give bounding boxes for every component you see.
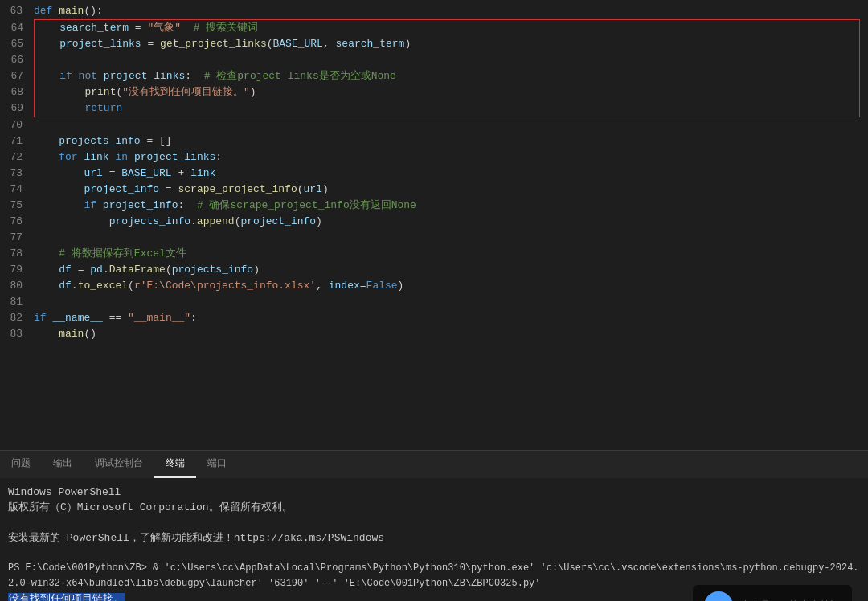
code-line-64: 64 search_term = "气象" # 搜索关键词 <box>35 20 859 36</box>
empty-editor-space <box>0 410 868 450</box>
code-line-66: 66 <box>35 52 859 68</box>
code-line-81: 81 <box>0 294 868 310</box>
watermark-icon: CC <box>704 591 733 601</box>
code-line-77: 77 <box>0 230 868 246</box>
code-line-71: 71 projects_info = [] <box>0 133 868 149</box>
code-line-74: 74 project_info = scrape_project_info(ur… <box>0 182 868 198</box>
code-line-76: 76 projects_info.append(project_info) <box>0 214 868 230</box>
terminal-tabs: 问题 输出 调试控制台 终端 端口 <box>0 450 868 478</box>
code-line-82: 82 if __name__ == "__main__": <box>0 310 868 326</box>
tab-output[interactable]: 输出 <box>42 450 84 478</box>
code-line-75: 75 if project_info: # 确保scrape_project_i… <box>0 198 868 214</box>
code-line-63: 63 def main(): <box>0 3 868 19</box>
code-line-79: 79 df = pd.DataFrame(projects_info) <box>0 262 868 278</box>
watermark: CC 公众号·CC的个人笔记 <box>693 585 852 601</box>
code-line-69: 69 return <box>35 100 859 117</box>
terminal-line-3 <box>8 515 860 530</box>
tab-problems[interactable]: 问题 <box>0 450 42 478</box>
highlighted-block: 64 search_term = "气象" # 搜索关键词 65 project… <box>0 19 868 117</box>
tab-debug-console[interactable]: 调试控制台 <box>84 450 154 478</box>
terminal-body[interactable]: Windows PowerShell 版权所有（C）Microsoft Corp… <box>0 478 868 601</box>
code-line-80: 80 df.to_excel(r'E:\Code\projects_info.x… <box>0 278 868 294</box>
code-line-68: 68 print("没有找到任何项目链接。") <box>35 84 859 100</box>
code-line-70: 70 <box>0 117 868 133</box>
code-line-73: 73 url = BASE_URL + link <box>0 166 868 182</box>
code-line-83: 83 main() <box>0 326 868 342</box>
editor-area: 63 def main(): 64 search_term = "气象" # 搜… <box>0 0 868 410</box>
code-line-65: 65 project_links = get_project_links(BAS… <box>35 36 859 52</box>
terminal-line-5 <box>8 546 860 561</box>
code-line-67: 67 if not project_links: # 检查project_lin… <box>35 68 859 84</box>
tab-terminal[interactable]: 终端 <box>154 450 196 478</box>
terminal-line-2: 版权所有（C）Microsoft Corporation。保留所有权利。 <box>8 500 860 515</box>
terminal-line-4: 安装最新的 PowerShell，了解新功能和改进！https://aka.ms… <box>8 530 860 546</box>
code-line-78: 78 # 将数据保存到Excel文件 <box>0 246 868 262</box>
code-line-72: 72 for link in project_links: <box>0 149 868 166</box>
tab-ports[interactable]: 端口 <box>196 450 238 478</box>
terminal-line-1: Windows PowerShell <box>8 484 860 500</box>
